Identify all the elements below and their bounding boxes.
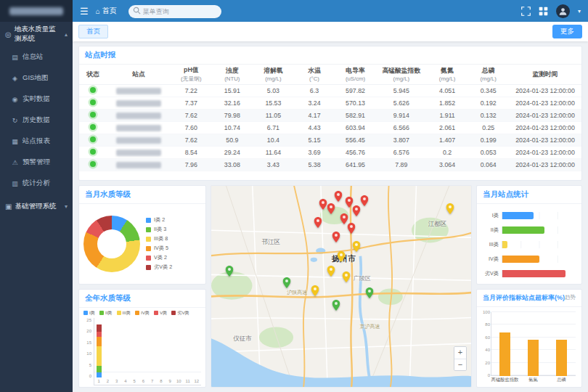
month-column: 4 <box>121 318 130 385</box>
value-cell: 570.13 <box>335 97 376 110</box>
hamburger-menu-icon[interactable]: ☰ <box>80 6 89 17</box>
column-header-status: 状态 <box>79 65 107 85</box>
sidebar-item-label: 站点报表 <box>23 136 50 146</box>
map-pin-red[interactable] <box>332 232 340 242</box>
value-cell: 11.64 <box>253 147 294 159</box>
legend-item: IV类 <box>135 310 150 317</box>
axis-tick: 80 <box>481 322 490 327</box>
stat-bar <box>502 212 534 219</box>
more-button[interactable]: 更多 <box>552 25 582 38</box>
status-cell <box>79 147 107 159</box>
column-header-dissolved-oxygen: 溶解氧(mg/L) <box>253 65 294 85</box>
search-input[interactable] <box>128 5 221 18</box>
value-cell: 597.82 <box>335 85 376 97</box>
stats-analysis-icon: ▥ <box>11 180 19 187</box>
legend-item: I类 <box>83 310 95 317</box>
value-cell: 2024-01-23 12:00:00 <box>509 97 581 110</box>
station-name-redacted <box>116 100 161 107</box>
map-pin-red[interactable] <box>335 191 343 202</box>
station-map[interactable]: + − 扬州市邗江区江都区广陵区仪征市沪陕高速京沪高速 <box>211 185 472 388</box>
legend-label: V类 <box>160 310 167 317</box>
axis-tick: 0 <box>481 373 490 377</box>
sidebar-item-history-data[interactable]: ↻历史数据 <box>0 110 73 131</box>
value-cell: 0.345 <box>467 85 509 97</box>
sidebar-item-gis-map[interactable]: ◈GIS地图 <box>0 68 73 89</box>
value-cell: 15.91 <box>212 85 253 97</box>
month-stack <box>141 318 146 378</box>
stat-row: I类 <box>480 210 576 221</box>
zoom-in-button[interactable]: + <box>454 347 466 359</box>
sidebar-item-realtime-data[interactable]: ◉实时数据 <box>0 89 73 110</box>
month-column: 6 <box>139 318 147 385</box>
map-pin-red[interactable] <box>319 199 327 210</box>
map-pin-green[interactable] <box>226 266 234 277</box>
legend-label: I类 2 <box>154 216 165 224</box>
sidebar-section-base-system[interactable]: ▣ 基础管理系统 ▾ <box>0 194 73 219</box>
right-column: 当月站点统计 I类II类III类IV类劣V类 当月评价指标站点超标率(%) 趋势… <box>476 185 582 388</box>
stack-segment <box>97 324 102 332</box>
map-pin-red[interactable] <box>361 195 369 206</box>
legend-item: V类 2 <box>146 254 172 261</box>
exceed-rate-panel: 当月评价指标站点超标率(%) 趋势 020406080100 高锰酸盐指数氨氮总… <box>476 289 582 388</box>
sidebar-item-station-report[interactable]: ▦站点报表 <box>0 131 73 152</box>
map-pin-red[interactable] <box>327 203 335 214</box>
map-pin-green[interactable] <box>282 277 290 288</box>
map-pin-yellow[interactable] <box>446 203 454 214</box>
map-pin-red[interactable] <box>314 217 322 228</box>
stat-bar <box>502 226 544 234</box>
map-pin-yellow[interactable] <box>327 266 335 277</box>
map-pin-yellow[interactable] <box>353 241 361 252</box>
zoom-out-button[interactable]: − <box>454 359 466 370</box>
map-pin-red[interactable] <box>348 223 356 234</box>
status-dot-normal <box>90 87 96 93</box>
value-cell: 7.62 <box>171 134 212 147</box>
grid-icon[interactable] <box>539 7 548 16</box>
table-header-row: 状态站点pH值(无量纲)浊度(NTU)溶解氧(mg/L)水温(°C)电导率(uS… <box>79 65 581 85</box>
map-pin-yellow[interactable] <box>311 285 319 296</box>
sidebar-item-info-station[interactable]: ▤信息站 <box>0 46 73 68</box>
station-name-redacted <box>116 88 161 94</box>
axis-tick: 1 <box>97 377 99 385</box>
table-body: 7.2215.915.036.3597.825.9454.0510.345202… <box>79 85 581 171</box>
axis-tick: 4 <box>124 377 126 385</box>
value-cell: 7.89 <box>376 159 427 171</box>
tab-home[interactable]: 首页 <box>78 25 108 38</box>
station-name-redacted <box>116 125 161 131</box>
map-pin-red[interactable] <box>340 213 348 224</box>
map-pin-red[interactable] <box>345 197 353 208</box>
sidebar-nav: ◎ 地表水质量监测系统 ▴ ▤信息站◈GIS地图◉实时数据↻历史数据▦站点报表⚠… <box>0 22 73 219</box>
bar <box>528 340 539 376</box>
stat-category: IV类 <box>480 256 499 263</box>
month-stack <box>194 318 199 378</box>
value-cell: 456.76 <box>335 147 376 159</box>
chevron-down-icon[interactable]: ▾ <box>578 8 581 15</box>
map-pin-green[interactable] <box>332 300 340 311</box>
screenfull-icon[interactable] <box>521 7 531 16</box>
status-dot-normal <box>90 136 96 142</box>
sidebar-section-water-monitor-system[interactable]: ◎ 地表水质量监测系统 ▴ <box>0 22 73 46</box>
sidebar-item-label: 统计分析 <box>23 179 50 188</box>
value-cell: 2024-01-23 12:00:00 <box>509 159 581 171</box>
status-cell <box>79 85 107 97</box>
month-stack <box>97 318 102 378</box>
avatar[interactable] <box>556 4 570 18</box>
stat-row: II类 <box>480 224 576 236</box>
station-cell <box>107 122 171 134</box>
map-pin-red[interactable] <box>353 205 361 216</box>
map-pin-yellow[interactable] <box>343 271 351 282</box>
status-dot-normal <box>90 99 96 105</box>
stack-segment <box>97 372 102 377</box>
map-pin-yellow[interactable] <box>338 251 346 262</box>
axis-tick: 40 <box>481 348 490 352</box>
axis-tick: 12 <box>195 377 200 385</box>
sidebar-item-alert-management[interactable]: ⚠预警管理 <box>0 152 73 173</box>
map-pin-green[interactable] <box>366 287 374 298</box>
legend-swatch <box>146 227 151 232</box>
month-stack <box>168 318 173 378</box>
breadcrumb[interactable]: ⌂ 首页 <box>96 6 117 16</box>
sidebar-item-stats-analysis[interactable]: ▥统计分析 <box>0 173 73 194</box>
value-cell: 32.16 <box>212 97 253 110</box>
legend-label: III类 8 <box>154 235 168 242</box>
trend-link[interactable]: 趋势 <box>565 294 576 301</box>
month-stack <box>176 318 181 378</box>
